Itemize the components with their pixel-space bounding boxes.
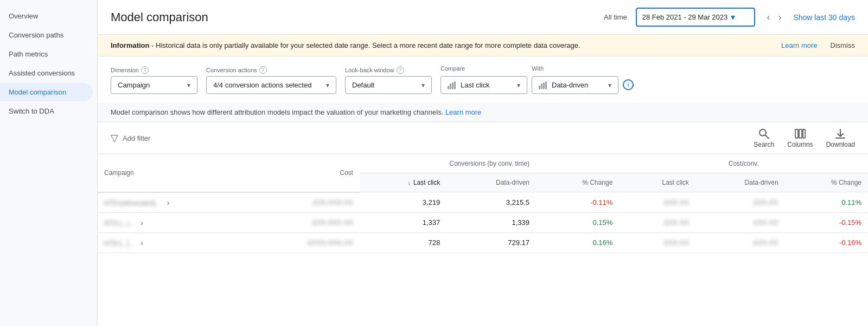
- date-back-button[interactable]: ‹: [764, 9, 773, 26]
- td-conv-pct-change: 0.16%: [536, 233, 619, 253]
- sidebar-item-overview[interactable]: Overview: [0, 7, 93, 26]
- td-campaign-name: NTD-[...]... ›: [98, 233, 247, 253]
- banner-bold: Information: [111, 41, 150, 49]
- th-conv-pct-change[interactable]: % Change: [536, 173, 619, 192]
- download-icon: [834, 128, 846, 140]
- banner-dismiss-button[interactable]: Dismiss: [831, 41, 856, 49]
- th-conversions-group: Conversions (by conv. time): [360, 154, 619, 173]
- lookback-control: Look-back window ? Default ▾: [345, 66, 432, 94]
- th-cost-pct-change[interactable]: % Change: [785, 173, 868, 192]
- td-cost: £XXX,XXX.XX: [247, 233, 360, 253]
- expand-icon[interactable]: ›: [167, 198, 170, 207]
- conversion-actions-select[interactable]: 4/4 conversion actions selected ▾: [206, 76, 336, 94]
- lookback-label: Look-back window ?: [345, 66, 432, 74]
- page-header: Model comparison All time 28 Feb 2021 - …: [98, 0, 868, 35]
- lookback-select[interactable]: Default ▾: [345, 76, 432, 94]
- dimension-help-icon[interactable]: ?: [141, 66, 149, 74]
- td-conv-pct-change: 0.15%: [536, 212, 619, 233]
- sidebar-item-model-comparison[interactable]: Model comparison: [0, 83, 93, 102]
- page-title: Model comparison: [111, 10, 595, 24]
- search-icon: [758, 128, 770, 140]
- svg-rect-0: [448, 86, 449, 89]
- th-conv-data-driven[interactable]: Data-driven: [446, 173, 536, 192]
- banner-body: - Historical data is only partially avai…: [150, 41, 580, 49]
- conversion-actions-control: Conversion actions ? 4/4 conversion acti…: [206, 66, 336, 94]
- sidebar-item-switch-to-dda[interactable]: Switch to DDA: [0, 102, 93, 121]
- svg-rect-4: [539, 86, 540, 89]
- sidebar-item-assisted-conversions[interactable]: Assisted conversions: [0, 64, 93, 83]
- toolbar-actions: Search Columns Download: [754, 128, 855, 148]
- compare-select[interactable]: Last click ▾: [441, 76, 527, 94]
- th-cost: Cost: [247, 154, 360, 192]
- compare-value: Last click: [461, 81, 489, 89]
- with-box: With Data-driven ▾: [532, 65, 634, 94]
- lookback-help-icon[interactable]: ?: [397, 66, 404, 74]
- info-banner: Information - Historical data is only pa…: [98, 35, 868, 57]
- conversion-actions-help-icon[interactable]: ?: [259, 66, 267, 74]
- svg-point-8: [760, 129, 766, 136]
- banner-text: Information - Historical data is only pa…: [111, 41, 775, 49]
- td-last-click-cost: £XX.XX: [619, 233, 695, 253]
- svg-rect-2: [452, 83, 454, 89]
- search-action[interactable]: Search: [754, 128, 774, 148]
- td-cost: £1X,XXX.XX: [247, 192, 360, 213]
- with-info-icon[interactable]: i: [623, 79, 634, 90]
- compare-box: Compare Last click ▾: [441, 65, 527, 94]
- td-last-click-cost: £XX.XX: [619, 212, 695, 233]
- dimension-control: Dimension ? Campaign ▾: [111, 66, 197, 94]
- description-learn-more-link[interactable]: Learn more: [445, 108, 481, 116]
- description-text: Model comparison shows how different att…: [111, 108, 443, 116]
- td-data-driven-conv: 3,215.5: [446, 192, 536, 213]
- download-label: Download: [826, 141, 855, 148]
- campaign-name-text: NTD-[...]...: [104, 240, 134, 247]
- dimension-chevron-icon: ▾: [187, 82, 190, 89]
- expand-icon[interactable]: ›: [141, 239, 143, 247]
- download-action[interactable]: Download: [826, 128, 855, 148]
- data-table-container: Campaign Cost Conversions (by conv. time…: [98, 154, 868, 253]
- conversion-actions-label: Conversion actions ?: [206, 66, 336, 74]
- with-label: With: [532, 65, 634, 72]
- td-conv-pct-change: -0.11%: [536, 192, 619, 213]
- date-picker-chevron-icon: ▾: [731, 12, 735, 22]
- date-label: All time: [604, 13, 627, 21]
- with-select[interactable]: Data-driven ▾: [532, 76, 618, 94]
- th-campaign: Campaign: [98, 154, 247, 192]
- th-cost-data-driven[interactable]: Data-driven: [695, 173, 785, 192]
- dimension-value: Campaign: [118, 81, 150, 89]
- columns-action[interactable]: Columns: [787, 128, 813, 148]
- svg-rect-6: [543, 83, 545, 89]
- td-data-driven-cost: £XX.XX: [695, 212, 785, 233]
- th-conv-last-click[interactable]: ↓ Last click: [360, 173, 446, 192]
- svg-rect-3: [454, 82, 456, 89]
- with-chevron-icon: ▾: [608, 82, 611, 89]
- sidebar-item-conversion-paths[interactable]: Conversion paths: [0, 26, 93, 45]
- description-row: Model comparison shows how different att…: [98, 103, 868, 122]
- show-last-30-link[interactable]: Show last 30 days: [793, 13, 855, 22]
- svg-rect-12: [803, 129, 805, 138]
- sidebar: Overview Conversion paths Path metrics A…: [0, 0, 98, 326]
- add-filter-button[interactable]: Add filter: [123, 134, 749, 142]
- campaign-name-text: NTD-[obfuscated]...: [104, 199, 161, 207]
- main-content: Model comparison All time 28 Feb 2021 - …: [98, 0, 868, 326]
- td-cost-pct-change: 0.11%: [785, 192, 868, 213]
- dimension-select[interactable]: Campaign ▾: [111, 76, 197, 94]
- controls-row: Dimension ? Campaign ▾ Conversion action…: [98, 57, 868, 103]
- expand-icon[interactable]: ›: [141, 218, 143, 227]
- td-data-driven-conv: 1,339: [446, 212, 536, 233]
- td-cost-pct-change: -0.16%: [785, 233, 868, 253]
- svg-rect-10: [795, 129, 798, 138]
- dimension-label: Dimension ?: [111, 66, 197, 74]
- td-data-driven-cost: £XX.XX: [695, 192, 785, 213]
- lookback-value: Default: [352, 81, 374, 89]
- svg-rect-1: [450, 84, 451, 89]
- compare-label: Compare: [441, 65, 527, 72]
- filter-icon[interactable]: ▽: [111, 132, 118, 144]
- th-cost-last-click[interactable]: Last click: [619, 173, 695, 192]
- banner-learn-more-link[interactable]: Learn more: [781, 41, 817, 49]
- td-last-click-conv: 728: [360, 233, 446, 253]
- data-table: Campaign Cost Conversions (by conv. time…: [98, 154, 868, 253]
- td-last-click-conv: 1,337: [360, 212, 446, 233]
- date-forward-button[interactable]: ›: [775, 9, 784, 26]
- date-picker[interactable]: 28 Feb 2021 - 29 Mar 2023 ▾: [636, 8, 755, 27]
- sidebar-item-path-metrics[interactable]: Path metrics: [0, 45, 93, 64]
